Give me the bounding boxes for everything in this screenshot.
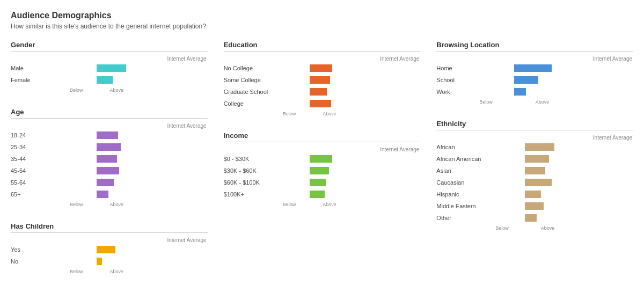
section-education: Education Internet Average No College So… bbox=[224, 41, 421, 116]
education-title: Education bbox=[224, 41, 421, 49]
age-above-label: Above bbox=[97, 202, 123, 207]
hispanic-label: Hispanic bbox=[436, 191, 495, 198]
browsing-location-title: Browsing Location bbox=[436, 41, 633, 49]
column-3: Browsing Location Internet Average Home … bbox=[436, 41, 633, 246]
60k-100k-label: $60K - $100K bbox=[224, 179, 283, 186]
middle-eastern-chart bbox=[495, 202, 554, 210]
home-label: Home bbox=[436, 65, 479, 71]
graduate-school-label: Graduate School bbox=[224, 89, 283, 95]
ethnicity-axis-labels: Below Above bbox=[495, 225, 554, 231]
age-below-label: Below bbox=[70, 202, 97, 207]
school-chart bbox=[479, 76, 549, 84]
browsing-below-label: Below bbox=[479, 99, 514, 105]
yes-chart bbox=[70, 245, 123, 254]
bar-row-work: Work bbox=[436, 87, 633, 96]
bar-row-0-30k: $0 - $30K bbox=[224, 155, 421, 163]
column-1: Gender Internet Average Male Female Belo… bbox=[11, 41, 208, 289]
section-has-children: Has Children Internet Average Yes No Bel… bbox=[11, 222, 208, 274]
school-label: School bbox=[436, 77, 479, 83]
0-30k-chart bbox=[283, 155, 336, 163]
age-55-64-chart bbox=[70, 178, 123, 187]
100kplus-label: $100K+ bbox=[224, 191, 283, 198]
ethnicity-above-label: Above bbox=[525, 225, 554, 231]
bar-row-african-american: African American bbox=[436, 155, 633, 163]
has-children-above-label: Above bbox=[97, 269, 123, 274]
browsing-axis-labels: Below Above bbox=[479, 99, 549, 105]
browsing-above-label: Above bbox=[514, 99, 549, 105]
male-chart bbox=[70, 64, 123, 72]
bar-row-african: African bbox=[436, 143, 633, 151]
work-label: Work bbox=[436, 89, 479, 95]
education-internet-avg: Internet Average bbox=[224, 56, 421, 62]
hispanic-chart bbox=[495, 190, 554, 199]
college-chart bbox=[283, 99, 336, 108]
gender-internet-avg: Internet Average bbox=[11, 56, 208, 62]
other-label: Other bbox=[436, 215, 495, 221]
age-65plus-chart bbox=[70, 190, 123, 199]
bar-row-asian: Asian bbox=[436, 166, 633, 175]
bar-row-55-64: 55-64 bbox=[11, 178, 208, 187]
60k-100k-chart bbox=[283, 178, 336, 187]
has-children-title: Has Children bbox=[11, 222, 208, 230]
ethnicity-title: Ethnicity bbox=[436, 120, 633, 128]
has-children-internet-avg: Internet Average bbox=[11, 237, 208, 243]
female-chart bbox=[70, 76, 123, 84]
male-label: Male bbox=[11, 65, 70, 71]
age-45-54-chart bbox=[70, 166, 123, 175]
income-above-label: Above bbox=[310, 202, 336, 207]
age-title: Age bbox=[11, 108, 208, 116]
bar-row-100kplus: $100K+ bbox=[224, 190, 421, 199]
age-axis-labels: Below Above bbox=[70, 202, 123, 207]
some-college-chart bbox=[283, 76, 336, 84]
no-label: No bbox=[11, 258, 70, 265]
bar-row-yes: Yes bbox=[11, 245, 208, 254]
female-label: Female bbox=[11, 77, 70, 83]
gender-axis-labels: Below Above bbox=[70, 87, 123, 93]
african-chart bbox=[495, 143, 554, 151]
bar-row-female: Female bbox=[11, 76, 208, 84]
bar-row-no: No bbox=[11, 257, 208, 266]
bar-row-some-college: Some College bbox=[224, 76, 421, 84]
income-below-label: Below bbox=[283, 202, 310, 207]
bar-row-college: College bbox=[224, 99, 421, 108]
bar-row-30k-60k: $30K - $60K bbox=[224, 166, 421, 175]
income-axis-labels: Below Above bbox=[283, 202, 336, 207]
gender-above-label: Above bbox=[97, 87, 123, 93]
ethnicity-internet-avg: Internet Average bbox=[436, 135, 633, 141]
has-children-axis-labels: Below Above bbox=[70, 269, 123, 274]
bar-row-25-34: 25-34 bbox=[11, 143, 208, 151]
age-65plus-label: 65+ bbox=[11, 191, 70, 198]
no-college-chart bbox=[283, 64, 336, 72]
african-american-label: African American bbox=[436, 156, 495, 162]
0-30k-label: $0 - $30K bbox=[224, 156, 283, 162]
graduate-school-chart bbox=[283, 87, 336, 96]
gender-below-label: Below bbox=[70, 87, 97, 93]
30k-60k-chart bbox=[283, 166, 336, 175]
bar-row-35-44: 35-44 bbox=[11, 155, 208, 163]
age-18-24-label: 18-24 bbox=[11, 132, 70, 138]
age-25-34-chart bbox=[70, 143, 123, 151]
bar-row-home: Home bbox=[436, 64, 633, 72]
bar-row-no-college: No College bbox=[224, 64, 421, 72]
100kplus-chart bbox=[283, 190, 336, 199]
middle-eastern-label: Middle Eastern bbox=[436, 203, 495, 209]
section-ethnicity: Ethnicity Internet Average African Afric… bbox=[436, 120, 633, 231]
asian-chart bbox=[495, 166, 554, 175]
bar-row-male: Male bbox=[11, 64, 208, 72]
age-35-44-chart bbox=[70, 155, 123, 163]
ethnicity-below-label: Below bbox=[495, 225, 525, 231]
education-below-label: Below bbox=[283, 111, 310, 116]
bar-row-60k-100k: $60K - $100K bbox=[224, 178, 421, 187]
browsing-internet-avg: Internet Average bbox=[436, 56, 633, 62]
section-income: Income Internet Average $0 - $30K $30K -… bbox=[224, 131, 421, 207]
page-title: Audience Demographics bbox=[11, 11, 633, 20]
no-college-label: No College bbox=[224, 65, 283, 71]
other-chart bbox=[495, 214, 554, 222]
income-internet-avg: Internet Average bbox=[224, 147, 421, 152]
gender-title: Gender bbox=[11, 41, 208, 49]
work-chart bbox=[479, 87, 549, 96]
bar-row-caucasian: Caucasian bbox=[436, 178, 633, 187]
bar-row-18-24: 18-24 bbox=[11, 131, 208, 140]
education-axis-labels: Below Above bbox=[283, 111, 336, 116]
section-gender: Gender Internet Average Male Female Belo… bbox=[11, 41, 208, 93]
